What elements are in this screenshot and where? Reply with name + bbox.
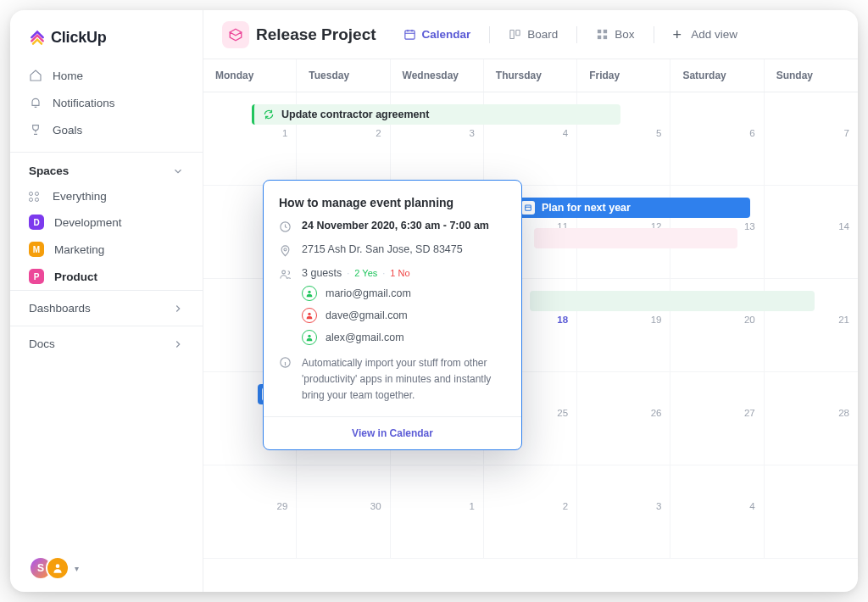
date-num: 5 (656, 128, 661, 138)
date-num: 18 (557, 315, 568, 325)
day-header: Monday (203, 59, 297, 92)
calendar-cell[interactable] (765, 465, 858, 559)
space-product[interactable]: P Product (10, 263, 203, 290)
board-icon (509, 28, 521, 41)
event-green[interactable] (530, 291, 815, 311)
info-icon (279, 356, 292, 369)
event-label: Plan for next year (542, 202, 631, 214)
logo-text: ClickUp (51, 29, 107, 47)
date-num: 28 (838, 408, 849, 418)
space-badge: D (29, 215, 44, 230)
caret-down-icon: ▾ (75, 564, 79, 573)
date-num: 2 (376, 128, 381, 138)
calendar-dot-icon (521, 201, 535, 215)
calendar-cell[interactable]: 26 (577, 372, 670, 465)
svg-point-12 (284, 248, 287, 251)
nav-label: Notifications (53, 97, 115, 109)
view-box[interactable]: Box (587, 23, 643, 46)
date-num: 14 (838, 221, 849, 231)
svg-point-0 (56, 564, 60, 568)
space-label: Everything (53, 190, 107, 203)
calendar-cell[interactable]: 28 (765, 372, 858, 465)
guests-no: 1 No (390, 268, 409, 278)
popover-guests-summary: 3 guests · 2 Yes · 1 No (302, 267, 506, 279)
sidebar: ClickUp Home Notifications Goals Spaces … (10, 10, 203, 592)
sync-icon (263, 109, 275, 120)
date-num: 20 (744, 315, 755, 325)
nav-notifications[interactable]: Notifications (10, 89, 203, 116)
view-in-calendar-link[interactable]: View in Calendar (264, 417, 521, 449)
space-badge: P (29, 269, 44, 284)
plus-icon: + (673, 27, 682, 42)
calendar-cell[interactable]: 6 (670, 92, 764, 186)
calendar-cell[interactable]: 1 (391, 465, 484, 559)
guests-count: 3 guests (302, 267, 342, 279)
trophy-icon (29, 123, 42, 137)
logo[interactable]: ClickUp (10, 25, 203, 62)
day-header: Saturday (670, 59, 764, 92)
popover-title: How to manage event planning (279, 196, 506, 209)
guests-yes: 2 Yes (354, 268, 377, 278)
event-pink[interactable] (534, 228, 737, 248)
space-marketing[interactable]: M Marketing (10, 236, 203, 263)
popover-description: Automatically import your stuff from oth… (302, 355, 506, 404)
space-everything[interactable]: Everything (10, 184, 203, 209)
separator (489, 26, 490, 43)
people-icon (279, 268, 292, 281)
date-num: 2 (563, 501, 568, 511)
svg-rect-6 (598, 36, 601, 39)
date-num: 19 (651, 315, 662, 325)
section-docs[interactable]: Docs (10, 326, 203, 361)
logo-icon (29, 30, 46, 47)
add-view[interactable]: + Add view (665, 22, 746, 47)
person-icon (302, 330, 317, 345)
event-contractor[interactable]: Update contractor agreement (252, 104, 620, 125)
svg-rect-7 (604, 36, 607, 39)
date-num: 1 (469, 501, 474, 511)
calendar-cell[interactable]: 3 (577, 465, 670, 559)
person-icon (302, 286, 317, 301)
day-header: Wednesday (391, 59, 484, 92)
separator (654, 26, 654, 43)
project-icon (222, 21, 249, 48)
separator (576, 26, 577, 43)
calendar-cell[interactable]: 14 (765, 186, 858, 279)
grid-icon (596, 28, 609, 41)
space-label: Marketing (54, 243, 104, 256)
date-num: 30 (370, 501, 381, 511)
guest-item: dave@gmail.com (302, 308, 506, 323)
svg-point-13 (282, 270, 286, 274)
day-header: Friday (577, 59, 670, 92)
day-header: Sunday (765, 59, 858, 92)
date-num: 7 (844, 128, 849, 138)
date-num: 1 (282, 128, 287, 138)
everything-icon (29, 192, 42, 202)
view-label: Box (615, 28, 634, 41)
calendar-cell[interactable]: 2 (484, 465, 577, 559)
event-next-year[interactable]: Plan for next year (513, 198, 750, 218)
spaces-header[interactable]: Spaces (10, 152, 203, 184)
view-board[interactable]: Board (500, 23, 566, 46)
calendar-cell[interactable]: 7 (765, 92, 858, 186)
nav-home[interactable]: Home (10, 62, 203, 89)
svg-rect-2 (510, 31, 514, 39)
svg-rect-9 (526, 205, 531, 210)
nav-goals[interactable]: Goals (10, 116, 203, 143)
space-label: Product (54, 270, 97, 283)
calendar-cell[interactable]: 30 (297, 465, 390, 559)
svg-point-16 (308, 335, 310, 337)
space-label: Development (54, 216, 122, 229)
date-num: 6 (749, 128, 754, 138)
view-label: Board (527, 28, 558, 41)
space-development[interactable]: D Development (10, 209, 203, 236)
date-num: 21 (838, 315, 849, 325)
section-dashboards[interactable]: Dashboards (10, 290, 203, 326)
date-num: 25 (557, 408, 568, 418)
calendar-cell[interactable]: 4 (670, 465, 764, 559)
view-calendar[interactable]: Calendar (395, 23, 480, 46)
calendar-cell[interactable]: 29 (203, 465, 297, 559)
chevron-down-icon (172, 165, 184, 177)
calendar-cell[interactable]: 27 (670, 372, 764, 465)
bell-icon (29, 96, 42, 109)
user-menu[interactable]: S ▾ (10, 556, 203, 580)
